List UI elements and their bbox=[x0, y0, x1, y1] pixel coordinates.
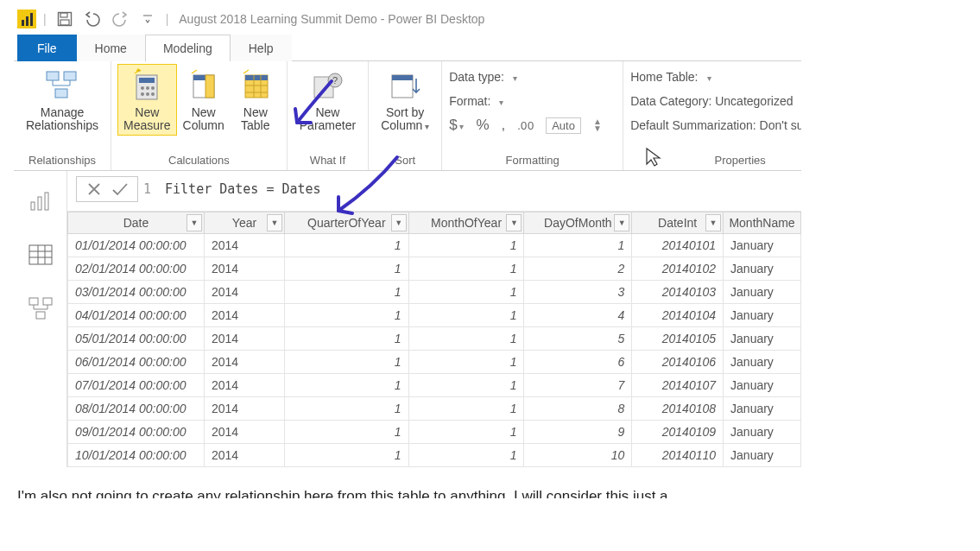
cell-day: 3 bbox=[524, 281, 632, 304]
col-monthname[interactable]: MonthName bbox=[724, 212, 801, 234]
save-button[interactable] bbox=[54, 8, 76, 30]
col-quarter[interactable]: QuarterOfYear ▼ bbox=[284, 212, 408, 234]
table-row[interactable]: 08/01/2014 00:00:00201411820140108Januar… bbox=[68, 397, 801, 421]
commit-formula-button[interactable] bbox=[111, 180, 129, 198]
table-row[interactable]: 09/01/2014 00:00:00201411920140109Januar… bbox=[68, 421, 801, 444]
table-row[interactable]: 04/01/2014 00:00:00201411420140104Januar… bbox=[68, 304, 801, 327]
table-row[interactable]: 06/01/2014 00:00:00201411620140106Januar… bbox=[68, 351, 801, 374]
decimals-button[interactable]: .0 0 bbox=[517, 119, 534, 132]
auto-decimals-input[interactable]: Auto bbox=[546, 117, 581, 134]
svg-rect-1 bbox=[60, 13, 67, 17]
decimals-stepper[interactable]: ▲▼ bbox=[593, 118, 602, 132]
new-parameter-button[interactable]: ? New Parameter bbox=[294, 65, 361, 135]
undo-button[interactable] bbox=[81, 8, 104, 30]
col-date[interactable]: Date ▼ bbox=[68, 212, 205, 234]
header-label: Year bbox=[232, 216, 256, 230]
home-table-dropdown[interactable] bbox=[707, 70, 711, 84]
cell-dateint: 20140109 bbox=[632, 421, 724, 444]
col-year[interactable]: Year ▼ bbox=[205, 212, 285, 234]
cell-day: 8 bbox=[524, 397, 632, 421]
svg-point-13 bbox=[151, 92, 155, 96]
table-icon bbox=[237, 66, 275, 104]
filter-dropdown-icon[interactable]: ▼ bbox=[391, 214, 407, 231]
cell-dateint: 20140105 bbox=[632, 327, 724, 351]
cell-day: 9 bbox=[524, 421, 632, 444]
filter-dropdown-icon[interactable]: ▼ bbox=[705, 214, 721, 231]
data-category-label[interactable]: Data Category: Uncategorized bbox=[630, 94, 793, 108]
redo-button[interactable] bbox=[109, 8, 131, 30]
thousands-button[interactable]: , bbox=[502, 117, 506, 134]
workspace: 1 Filter Dates = Dates Date ▼ Year ▼ bbox=[14, 171, 801, 467]
cell-dateint: 20140102 bbox=[632, 257, 724, 281]
model-view-button[interactable] bbox=[21, 292, 60, 325]
table-row[interactable]: 01/01/2014 00:00:00201411120140101Januar… bbox=[68, 234, 801, 257]
col-dateint[interactable]: DateInt ▼ bbox=[632, 212, 724, 234]
tab-help[interactable]: Help bbox=[231, 35, 292, 61]
cell-monthname: January bbox=[724, 304, 801, 327]
cell-dateint: 20140110 bbox=[632, 444, 724, 467]
formula-actions bbox=[76, 176, 138, 202]
ribbon-tabs: File Home Modeling Help bbox=[14, 33, 801, 60]
filter-dropdown-icon[interactable]: ▼ bbox=[506, 214, 522, 231]
table-row[interactable]: 05/01/2014 00:00:00201411520140105Januar… bbox=[68, 327, 801, 351]
powerbi-desktop-window: | | August 2018 Learning Summit Demo - P bbox=[14, 5, 801, 467]
format-dropdown[interactable] bbox=[499, 94, 503, 108]
filter-dropdown-icon[interactable]: ▼ bbox=[267, 214, 282, 231]
cell-year: 2014 bbox=[205, 421, 285, 444]
cell-month: 1 bbox=[408, 327, 524, 351]
window-title: August 2018 Learning Summit Demo - Power… bbox=[175, 12, 484, 26]
table-row[interactable]: 03/01/2014 00:00:00201411320140103Januar… bbox=[68, 281, 801, 304]
sort-icon bbox=[386, 66, 424, 104]
cell-month: 1 bbox=[408, 421, 524, 444]
qat-customize[interactable] bbox=[136, 8, 159, 30]
cell-quarter: 1 bbox=[284, 257, 408, 281]
new-column-button[interactable]: New Column bbox=[178, 65, 230, 135]
svg-point-9 bbox=[146, 86, 149, 90]
cell-quarter: 1 bbox=[284, 351, 408, 374]
data-type-dropdown[interactable] bbox=[513, 70, 517, 84]
filter-dropdown-icon[interactable]: ▼ bbox=[187, 214, 202, 231]
data-view-button[interactable] bbox=[21, 238, 60, 271]
currency-button[interactable]: $ bbox=[449, 117, 464, 134]
cell-monthname: January bbox=[724, 397, 801, 421]
default-summarization-label[interactable]: Default Summarization: Don't summarize bbox=[630, 118, 801, 132]
cancel-formula-button[interactable] bbox=[85, 180, 103, 198]
col-month[interactable]: MonthOfYear ▼ bbox=[408, 212, 524, 234]
group-calculations: New Measure New Column bbox=[111, 61, 288, 170]
cell-year: 2014 bbox=[205, 257, 285, 281]
svg-text:?: ? bbox=[332, 75, 338, 86]
cell-quarter: 1 bbox=[284, 444, 408, 467]
table-row[interactable]: 02/01/2014 00:00:00201411220140102Januar… bbox=[68, 257, 801, 281]
svg-point-8 bbox=[141, 86, 144, 90]
cell-month: 1 bbox=[408, 444, 524, 467]
formula-editor[interactable]: 1 Filter Dates = Dates bbox=[143, 181, 793, 197]
header-label: DateInt bbox=[658, 216, 697, 230]
table-row[interactable]: 07/01/2014 00:00:00201411720140107Januar… bbox=[68, 374, 801, 397]
col-day[interactable]: DayOfMonth ▼ bbox=[524, 212, 632, 234]
cell-date: 10/01/2014 00:00:00 bbox=[68, 444, 205, 467]
cell-monthname: January bbox=[724, 327, 801, 351]
formula-text: Filter Dates = Dates bbox=[165, 181, 321, 197]
svg-point-11 bbox=[141, 92, 144, 96]
separator: | bbox=[164, 12, 171, 26]
filter-dropdown-icon[interactable]: ▼ bbox=[614, 214, 629, 231]
cell-monthname: January bbox=[724, 421, 801, 444]
percent-button[interactable]: % bbox=[476, 117, 489, 134]
tab-modeling[interactable]: Modeling bbox=[145, 35, 231, 61]
table-row[interactable]: 10/01/2014 00:00:002014111020140110Janua… bbox=[68, 444, 801, 467]
new-table-button[interactable]: New Table bbox=[231, 65, 280, 135]
cell-month: 1 bbox=[408, 257, 524, 281]
report-view-button[interactable] bbox=[21, 185, 60, 218]
cell-quarter: 1 bbox=[284, 281, 408, 304]
sort-by-column-button[interactable]: Sort by Column bbox=[376, 65, 434, 135]
manage-relationships-button[interactable]: Manage Relationships bbox=[21, 65, 104, 135]
cell-date: 09/01/2014 00:00:00 bbox=[68, 421, 205, 444]
svg-rect-29 bbox=[43, 298, 52, 305]
cell-year: 2014 bbox=[205, 397, 285, 421]
view-switcher bbox=[14, 171, 67, 467]
tab-file[interactable]: File bbox=[17, 35, 77, 61]
new-measure-button[interactable]: New Measure bbox=[118, 65, 175, 135]
svg-rect-25 bbox=[38, 197, 41, 210]
cell-year: 2014 bbox=[205, 234, 285, 257]
tab-home[interactable]: Home bbox=[77, 35, 145, 61]
